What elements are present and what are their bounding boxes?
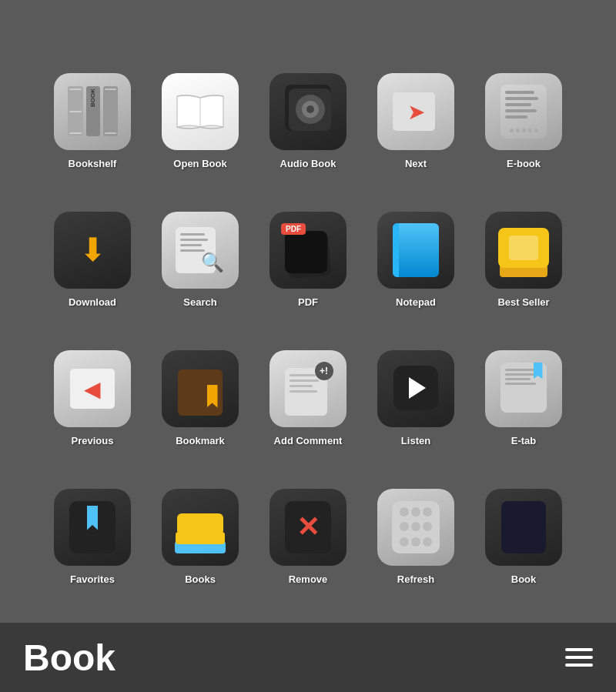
bestseller-label: Best Seller: [497, 296, 549, 308]
ac-line2: [290, 379, 320, 382]
listen-label: Listen: [401, 435, 430, 446]
open-book-item[interactable]: Open Book: [150, 38, 250, 169]
bookmark-item[interactable]: Bookmark: [150, 316, 250, 446]
refresh-circle2: [411, 507, 420, 516]
add-comment-item[interactable]: +! Add Comment: [258, 316, 358, 446]
books-top-layer: [177, 513, 223, 535]
hamburger-line1: [565, 648, 593, 651]
search-line3: [180, 244, 202, 246]
next-item[interactable]: ➤ Next: [366, 38, 466, 169]
open-book-graphic: [173, 90, 227, 132]
search-icon-box: 🔍: [162, 212, 239, 289]
bookmark-label: Bookmark: [176, 435, 225, 446]
book-icon-box: [485, 489, 562, 566]
listen-item[interactable]: Listen: [366, 316, 466, 446]
open-book-label: Open Book: [173, 158, 226, 169]
bookshelf-item[interactable]: BOOK Bookshelf: [42, 38, 142, 169]
add-comment-graphic: +!: [283, 362, 333, 416]
search-line1: [180, 233, 205, 236]
remove-item[interactable]: ✕ Remove: [258, 454, 358, 585]
audio-book-item[interactable]: Audio Book: [258, 38, 358, 169]
ebook-icon-box: [485, 73, 562, 150]
open-book-icon-box: [162, 73, 239, 150]
icon-grid: BOOK Bookshelf: [42, 38, 574, 585]
refresh-circles: [397, 506, 435, 549]
refresh-circle1: [400, 507, 409, 516]
ebook-line3: [505, 103, 531, 106]
footer: Book: [0, 623, 616, 692]
previous-icon-box: ◀: [54, 350, 131, 427]
notepad-spine: [393, 223, 399, 277]
next-arrow-icon: ➤: [407, 99, 425, 124]
pdf-item[interactable]: PDF PDF: [258, 177, 358, 308]
add-comment-badge: +!: [315, 362, 333, 380]
audio-speaker-ring: [296, 95, 325, 124]
bookmark-graphic: [176, 362, 226, 416]
etab-item[interactable]: E-tab: [474, 316, 574, 446]
favorites-bookmark: [87, 506, 98, 530]
etab-graphic: [499, 363, 549, 415]
bestseller-graphic: [497, 223, 551, 277]
previous-label: Previous: [72, 435, 114, 446]
refresh-circle6: [423, 522, 432, 531]
next-graphic: ➤: [389, 89, 443, 135]
ebook-dots: [505, 129, 542, 132]
favorites-graphic: [69, 501, 116, 553]
notepad-graphic: [393, 223, 439, 277]
hamburger-menu-button[interactable]: [565, 648, 593, 667]
bookmark-icon-box: [162, 350, 239, 427]
pdf-graphic: PDF: [281, 223, 335, 277]
search-graphic: 🔍: [176, 225, 226, 275]
download-icon-box: ⬇: [54, 212, 131, 289]
bookshelf-label: Bookshelf: [69, 158, 117, 169]
ac-line3: [290, 385, 313, 387]
refresh-label: Refresh: [397, 573, 434, 585]
ebook-line5: [505, 115, 527, 119]
download-item[interactable]: ⬇ Download: [42, 177, 142, 308]
refresh-circle3: [423, 507, 432, 516]
remove-graphic: ✕: [285, 501, 331, 553]
listen-play-icon: [409, 377, 426, 399]
favorites-item[interactable]: Favorites: [42, 454, 142, 585]
spine-1: [68, 86, 84, 136]
book-label: Book: [511, 573, 537, 585]
refresh-circle4: [400, 522, 409, 531]
audio-book-icon-box: [270, 73, 346, 150]
notepad-item[interactable]: Notepad: [366, 177, 466, 308]
audio-book-front: [289, 89, 331, 131]
search-label: Search: [183, 296, 216, 308]
ebook-label: E-book: [507, 158, 541, 169]
footer-title: Book: [23, 637, 116, 679]
etab-label: E-tab: [511, 435, 537, 446]
ebook-dot3: [522, 129, 526, 132]
remove-x-icon: ✕: [296, 511, 320, 543]
etab-line4: [505, 383, 537, 385]
bestseller-item[interactable]: Best Seller: [474, 177, 574, 308]
ebook-dot5: [534, 129, 538, 132]
previous-arrow-icon: ◀: [84, 376, 101, 401]
next-label: Next: [405, 158, 427, 169]
refresh-circle8: [411, 537, 420, 547]
book-item[interactable]: Book: [474, 454, 574, 585]
books-graphic: [173, 501, 227, 553]
ebook-graphic: [500, 85, 547, 139]
books-item[interactable]: Books: [150, 454, 250, 585]
ac-line1: [290, 374, 316, 376]
search-item[interactable]: 🔍 Search: [150, 177, 250, 308]
ebook-item[interactable]: E-book: [474, 38, 574, 169]
ebook-line4: [505, 109, 537, 112]
listen-icon-box: [377, 350, 454, 427]
previous-item[interactable]: ◀ Previous: [42, 316, 142, 446]
bookshelf-graphic: BOOK: [68, 86, 118, 136]
refresh-circle5: [411, 522, 420, 531]
remove-label: Remove: [289, 573, 328, 585]
favorites-label: Favorites: [70, 573, 115, 585]
refresh-item[interactable]: Refresh: [366, 454, 466, 585]
search-magnifier-icon: 🔍: [201, 252, 224, 273]
search-line2: [180, 239, 208, 241]
ac-line4: [290, 390, 318, 393]
refresh-circle9: [423, 537, 432, 547]
spine-2: BOOK: [86, 86, 99, 136]
previous-graphic: ◀: [65, 366, 119, 412]
bs-book-mid: [498, 228, 549, 268]
